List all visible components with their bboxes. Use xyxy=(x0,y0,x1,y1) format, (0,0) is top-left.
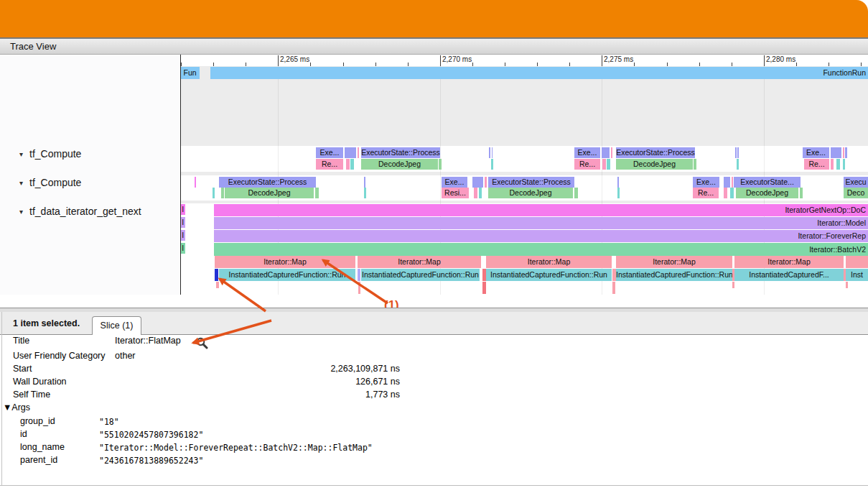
trace-slice[interactable] xyxy=(574,188,578,198)
trace-slice[interactable] xyxy=(694,159,696,170)
trace-slice[interactable] xyxy=(724,188,727,198)
trace-slice[interactable] xyxy=(602,159,606,170)
tab-slice[interactable]: Slice (1) xyxy=(92,316,141,335)
trace-slice[interactable] xyxy=(358,282,360,294)
trace-slice[interactable] xyxy=(612,282,615,294)
trace-slice[interactable] xyxy=(358,269,360,281)
trace-slice[interactable] xyxy=(730,188,734,198)
trace-slice[interactable]: Iterator::Map xyxy=(616,256,732,268)
trace-slice[interactable]: InstantiatedCapturedFunction::Run xyxy=(486,269,612,281)
trace-slice[interactable]: ExecutorState::Process xyxy=(219,177,316,188)
trace-slice[interactable]: ExecutorState... xyxy=(734,177,801,188)
trace-slice[interactable]: FunctionRun xyxy=(210,67,868,80)
trace-slice[interactable] xyxy=(724,177,730,188)
trace-slice[interactable] xyxy=(737,147,739,158)
trace-slice[interactable] xyxy=(617,188,620,198)
trace-slice[interactable] xyxy=(492,147,493,158)
trace-slice[interactable]: Exe... xyxy=(803,147,829,158)
trace-slice[interactable] xyxy=(213,188,215,198)
trace-slice[interactable] xyxy=(346,159,350,170)
trace-slice[interactable] xyxy=(364,177,365,188)
trace-slice[interactable]: ExecutorState::Process xyxy=(361,147,440,158)
trace-slice[interactable] xyxy=(846,282,848,288)
trace-slice[interactable]: Re... xyxy=(316,159,343,170)
trace-slice[interactable] xyxy=(482,269,486,281)
trace-slice[interactable]: InstantiatedCapturedF... xyxy=(734,269,844,281)
trace-slice[interactable]: DecodeJpeg xyxy=(225,188,314,198)
trace-slice[interactable]: Execu xyxy=(844,177,868,188)
trace-slice[interactable] xyxy=(831,147,841,158)
trace-slice[interactable] xyxy=(843,147,844,158)
trace-slice[interactable] xyxy=(482,282,486,294)
trace-slice[interactable]: Exe... xyxy=(316,147,343,158)
arg-value: "2436167813889652243" xyxy=(99,456,203,466)
trace-slice[interactable] xyxy=(216,282,219,288)
trace-slice[interactable]: DecodeJpeg xyxy=(616,159,693,170)
trace-slice[interactable] xyxy=(602,147,610,158)
trace-slice[interactable] xyxy=(472,177,483,188)
trace-slice[interactable] xyxy=(364,188,366,198)
trace-slice[interactable]: Exe... xyxy=(574,147,600,158)
trace-slice[interactable] xyxy=(489,147,490,158)
trace-slice[interactable] xyxy=(491,159,493,170)
trace-slice[interactable] xyxy=(612,269,616,281)
trace-slice[interactable]: IteratorGetNextOp::DoC xyxy=(214,204,868,216)
top-banner xyxy=(0,0,868,37)
detail-label: Self Time xyxy=(13,390,50,400)
trace-slice[interactable]: Exe... xyxy=(693,177,719,188)
trace-slice[interactable]: InstantiatedCapturedFunction::Run xyxy=(616,269,732,281)
trace-slice[interactable]: Fun xyxy=(181,67,200,80)
trace-slice[interactable] xyxy=(611,147,613,158)
trace-slice[interactable]: Inst xyxy=(846,269,868,281)
trace-slice[interactable]: Resi... xyxy=(442,188,469,198)
trace-slice[interactable]: Iterator::Map xyxy=(734,256,844,268)
trace-slice[interactable]: Iterator::Map xyxy=(486,256,612,268)
trace-slice[interactable] xyxy=(358,147,360,158)
trace-slice[interactable]: InstantiatedCapturedFunction::Run xyxy=(219,269,355,281)
trace-slice[interactable] xyxy=(732,177,733,188)
trace-slice[interactable] xyxy=(195,177,196,188)
trace-slice[interactable]: DecodeJpeg xyxy=(361,159,438,170)
trace-slice[interactable] xyxy=(221,188,224,198)
trace-view-header: Trace View xyxy=(0,37,868,55)
trace-slice[interactable]: DecodeJpeg xyxy=(736,188,798,198)
trace-slice[interactable]: DecodeJpeg xyxy=(488,188,573,198)
trace-slice[interactable]: InstantiatedCapturedFunction::Run xyxy=(361,269,480,281)
trace-slice[interactable] xyxy=(617,177,619,188)
trace-slice[interactable] xyxy=(485,177,487,188)
trace-slice[interactable] xyxy=(831,159,834,170)
trace-slice[interactable] xyxy=(735,147,737,158)
magnifier-icon[interactable] xyxy=(195,336,208,349)
args-expander[interactable]: ▼Args xyxy=(3,402,30,413)
trace-slice[interactable] xyxy=(479,188,482,198)
trace-slice[interactable]: Iterator::Map xyxy=(215,256,355,268)
trace-slice[interactable] xyxy=(315,188,319,198)
trace-slice[interactable]: Iterator::Map xyxy=(358,256,481,268)
trace-slice[interactable] xyxy=(474,188,477,198)
trace-slice[interactable] xyxy=(350,159,354,170)
trace-slice[interactable]: Iterator::Model xyxy=(214,217,868,230)
time-ruler xyxy=(180,55,868,66)
trace-slice[interactable]: Deco xyxy=(844,188,868,198)
detail-label: Wall Duration xyxy=(13,377,67,387)
trace-slice[interactable]: Iterator::BatchV2 xyxy=(214,243,868,256)
trace-slice[interactable]: Re... xyxy=(574,159,600,170)
trace-slice[interactable] xyxy=(846,256,868,268)
trace-slice[interactable]: Re... xyxy=(693,188,719,198)
trace-slice[interactable] xyxy=(836,159,840,170)
trace-slice[interactable]: Re... xyxy=(804,159,829,170)
trace-slice[interactable] xyxy=(607,159,610,170)
trace-slice[interactable]: Iterator::ForeverRep xyxy=(214,230,868,243)
trace-slice[interactable] xyxy=(845,147,847,158)
trace-slice[interactable] xyxy=(439,159,442,170)
details-bottom-border xyxy=(0,485,868,486)
trace-slice[interactable] xyxy=(732,282,734,288)
trace-slice[interactable]: Exe... xyxy=(442,177,467,188)
trace-slice[interactable]: ExecutorState::Process xyxy=(616,147,695,158)
trace-slice[interactable] xyxy=(215,269,218,281)
trace-slice[interactable] xyxy=(345,147,356,158)
trace-slice[interactable] xyxy=(737,159,739,170)
trace-slice[interactable] xyxy=(843,159,845,170)
trace-slice[interactable] xyxy=(800,188,803,198)
trace-slice[interactable]: ExecutorState::Process xyxy=(488,177,574,188)
